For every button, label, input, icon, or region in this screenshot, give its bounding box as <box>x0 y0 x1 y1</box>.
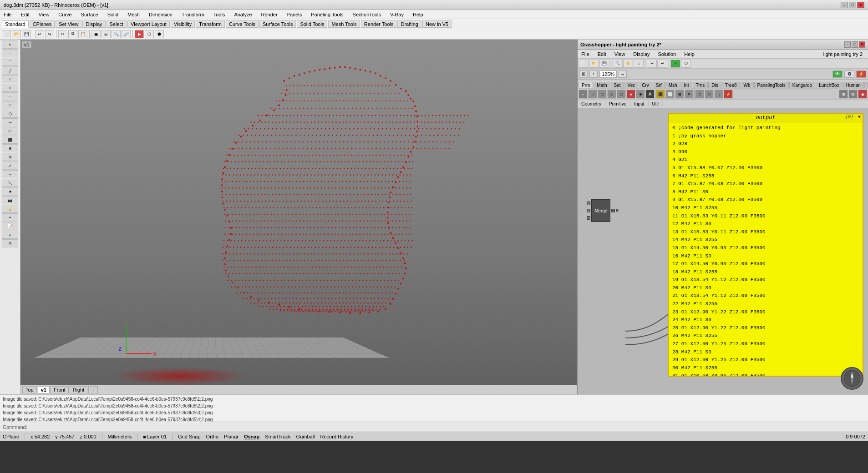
gh-tab-kangaroo[interactable]: Kangaroo <box>789 82 815 88</box>
merge-pin-3[interactable]: 3 <box>587 216 590 220</box>
menu-view[interactable]: View <box>37 11 51 18</box>
snap-gumball[interactable]: Gumball <box>296 434 315 439</box>
tab-setview[interactable]: Set View <box>56 20 81 28</box>
gh-canvas[interactable]: 1 2 3 Merge R output {0} ▼ 0 <box>578 108 868 394</box>
tab-visibility[interactable]: Visibility <box>171 20 195 28</box>
menu-tools[interactable]: Tools <box>212 11 227 18</box>
gh-tab-int[interactable]: Int <box>681 82 692 88</box>
tab-viewport-layout[interactable]: Viewport Layout <box>127 20 170 28</box>
gh-icon-16[interactable]: ⚡ <box>724 90 733 99</box>
toolbar-new[interactable]: ⬜ <box>2 30 11 38</box>
gh-btn-open[interactable]: 📂 <box>589 60 599 68</box>
tab-transform[interactable]: Transform <box>196 20 225 28</box>
menu-dimension[interactable]: Dimension <box>147 11 174 18</box>
toolbar-wire[interactable]: ⬡ <box>145 30 154 38</box>
gh-tab-dis[interactable]: Dis <box>708 82 721 88</box>
gh-tab-math[interactable]: Math <box>594 82 610 88</box>
tab-cplanes[interactable]: CPlanes <box>30 20 55 28</box>
gh-icon-2[interactable]: ○ <box>588 90 597 99</box>
tab-solid-tools[interactable]: Solid Tools <box>297 20 327 28</box>
tab-drafting[interactable]: Drafting <box>397 20 421 28</box>
lt-surface[interactable]: ▭ <box>2 127 18 135</box>
gh-menu-file[interactable]: File <box>579 50 591 58</box>
menu-paneling[interactable]: Paneling Tools <box>309 11 345 18</box>
toolbar-undo[interactable]: ↩ <box>35 30 44 38</box>
toolbar-open[interactable]: 📂 <box>12 30 21 38</box>
gh-tab-trns[interactable]: Trns <box>693 82 708 88</box>
gh-tab-treeb[interactable]: Tree8 <box>722 82 740 88</box>
tab-standard[interactable]: Standard <box>2 20 29 28</box>
toolbar-copy[interactable]: ⧉ <box>68 30 77 38</box>
gh-zoom-fit[interactable]: ⊞ <box>579 70 588 78</box>
menu-file[interactable]: File <box>2 11 14 18</box>
toolbar-zoom-extents[interactable]: ⊞ <box>102 30 111 38</box>
gh-menu-solution[interactable]: Solution <box>656 50 678 58</box>
gh-btn-bake[interactable]: ⬡ <box>681 60 691 68</box>
gh-minimize-btn[interactable]: – <box>844 41 851 48</box>
gh-settings-btn[interactable]: ⚙ <box>844 70 854 78</box>
gh-menu-display[interactable]: Display <box>631 50 651 58</box>
tab-new-v5[interactable]: New in V5 <box>422 20 452 28</box>
toolbar-zoom-in[interactable]: 🔍 <box>112 30 121 38</box>
maximize-button[interactable]: □ <box>849 2 856 8</box>
menu-transform[interactable]: Transform <box>180 11 206 18</box>
lt-boolean[interactable]: ⊕ <box>2 144 18 152</box>
gh-zoom-out[interactable]: – <box>619 70 627 78</box>
gh-zoom-in[interactable]: + <box>589 70 598 78</box>
merge-pin-1[interactable]: 1 <box>587 201 590 205</box>
close-button[interactable]: ✕ <box>857 2 864 8</box>
lt-polyline[interactable]: ⌇ <box>2 75 18 83</box>
gh-icon-1[interactable]: ▪ <box>579 90 588 99</box>
snap-smarttrack[interactable]: SmartTrack <box>265 434 290 439</box>
snap-ortho[interactable]: Ortho <box>206 434 219 439</box>
snap-grid[interactable]: Grid Snap <box>178 434 201 439</box>
gh-close-btn[interactable]: ✕ <box>859 41 865 48</box>
lt-transform[interactable]: ⤢ <box>2 161 18 170</box>
gh-tab-lunchbox[interactable]: LunchBox <box>816 82 842 88</box>
menu-vray[interactable]: V-Ray <box>388 11 406 18</box>
gh-tab-set[interactable]: Set <box>611 82 624 88</box>
output-close-btn[interactable]: ▼ <box>858 115 861 120</box>
viewport-tab-front[interactable]: Front <box>51 386 69 393</box>
gh-btn-pan[interactable]: ✋ <box>623 60 633 68</box>
gh-tab-prm[interactable]: Prm <box>579 82 593 88</box>
menu-panels[interactable]: Panels <box>285 11 304 18</box>
gh-btn-save[interactable]: 💾 <box>599 60 609 68</box>
merge-pin-2[interactable]: 2 <box>587 209 590 212</box>
gh-menu-help[interactable]: Help <box>682 50 696 58</box>
gh-icon-3[interactable]: □ <box>598 90 607 99</box>
gh-tab-crv[interactable]: Crv <box>639 82 652 88</box>
menu-solid[interactable]: Solid <box>106 11 120 18</box>
lt-layer[interactable]: ≡ <box>2 231 18 239</box>
tab-surface-tools[interactable]: Surface Tools <box>259 20 296 28</box>
menu-mesh[interactable]: Mesh <box>126 11 142 18</box>
menu-render[interactable]: Render <box>259 11 279 18</box>
gh-util-2[interactable]: ⊟ <box>848 90 858 99</box>
lt-circle[interactable]: ○ <box>2 84 18 92</box>
menu-analyze[interactable]: Analyze <box>232 11 254 18</box>
toolbar-render[interactable]: ▶ <box>135 30 144 38</box>
lt-line[interactable]: ╱ <box>2 66 18 75</box>
menu-curve[interactable]: Curve <box>56 11 73 18</box>
gh-icon-15[interactable]: ∩ <box>714 90 723 99</box>
gh-icon-4[interactable]: ◇ <box>607 90 616 99</box>
gh-util-1[interactable]: ⊞ <box>839 90 848 99</box>
lt-annotation[interactable]: 📝 <box>2 222 18 230</box>
tab-display[interactable]: Display <box>82 20 105 28</box>
gh-tab-wb[interactable]: Wb <box>741 82 754 88</box>
merge-node-body[interactable]: Merge <box>591 199 610 222</box>
gh-icon-9[interactable]: ⬛ <box>656 90 665 99</box>
menu-help[interactable]: Help <box>411 11 425 18</box>
main-viewport[interactable]: /* SVG doesn't execute JS - using static… <box>20 40 577 394</box>
gh-icon-13[interactable]: ⊂ <box>695 90 704 99</box>
gh-tab-vec[interactable]: Vec <box>624 82 639 88</box>
output-content[interactable]: 0 ;code generated for light painting1 ;b… <box>669 122 863 376</box>
toolbar-shade[interactable]: ⬟ <box>155 30 164 38</box>
tab-select[interactable]: Select <box>107 20 127 28</box>
toolbar-zoom-out[interactable]: 🔎 <box>122 30 131 38</box>
menu-section[interactable]: SectionTools <box>351 11 383 18</box>
gh-icon-12[interactable]: ≡ <box>685 90 694 99</box>
gh-btn-preview[interactable]: ✓ <box>670 60 680 68</box>
lt-render-btn[interactable]: ★ <box>2 187 18 196</box>
toolbar-redo[interactable]: ↪ <box>45 30 54 38</box>
